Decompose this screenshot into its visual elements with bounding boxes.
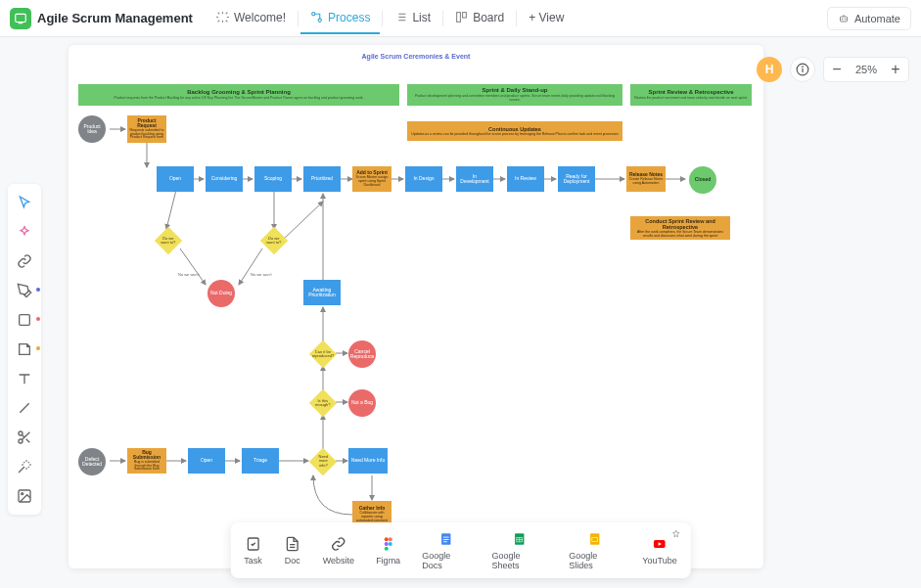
tab-board[interactable]: Board: [445, 3, 514, 34]
svg-rect-64: [443, 539, 449, 540]
decision-1[interactable]: Do we want to?: [155, 227, 182, 254]
divider: [382, 11, 383, 26]
sticky-tool[interactable]: [12, 337, 37, 362]
cursor-icon: [17, 195, 32, 210]
gdocs-icon: [437, 530, 455, 548]
header-backlog[interactable]: Backlog Grooming & Sprint PlanningProduc…: [78, 84, 399, 106]
tab-welcome[interactable]: Welcome!: [207, 3, 296, 34]
svg-rect-70: [590, 533, 599, 545]
dock-figma[interactable]: Figma: [376, 535, 400, 565]
svg-line-42: [239, 249, 262, 285]
task-icon: [245, 535, 262, 553]
robot-icon: [838, 13, 850, 24]
node-defect[interactable]: Defect Detected: [78, 448, 106, 475]
figma-icon: [380, 535, 397, 553]
zoom-out-button[interactable]: −: [824, 57, 850, 82]
magic-tool[interactable]: [12, 454, 37, 479]
divider: [516, 11, 517, 26]
svg-point-13: [842, 19, 843, 20]
pen-tool[interactable]: [12, 278, 37, 303]
svg-point-59: [385, 542, 389, 546]
node-scoping[interactable]: Scoping: [254, 166, 292, 192]
text-tool[interactable]: [12, 366, 37, 391]
arrow-label: No we won't: [251, 272, 272, 277]
node-release-notes[interactable]: Release NotesCreate Release Notes using …: [626, 166, 666, 192]
svg-rect-11: [463, 13, 467, 18]
sticky-icon: [17, 341, 32, 357]
line-tool[interactable]: [12, 395, 37, 421]
cursor-tool[interactable]: [12, 190, 37, 215]
header-sprint[interactable]: Sprint & Daily Stand-upProduct developme…: [407, 84, 622, 106]
tab-add-view[interactable]: + View: [519, 3, 574, 34]
dock-task[interactable]: Task: [244, 535, 262, 565]
ai-tool[interactable]: [12, 219, 37, 245]
node-triage[interactable]: Triage: [242, 448, 279, 474]
dock-gdocs[interactable]: Google Docs: [422, 530, 470, 570]
node-ready[interactable]: Ready for Deployment: [558, 166, 595, 192]
dock-gsheets[interactable]: Google Sheets: [492, 530, 548, 570]
decision-3[interactable]: Can it be reproduced?: [309, 340, 337, 368]
dock-gslides[interactable]: Google Slides: [569, 530, 621, 570]
svg-point-26: [22, 493, 23, 495]
line-icon: [17, 400, 32, 416]
bar-updates[interactable]: Continuous UpdatesUpdates as a review ca…: [407, 121, 622, 141]
node-considering[interactable]: Considering: [206, 166, 243, 192]
shape-tool[interactable]: [12, 307, 37, 333]
whiteboard-frame[interactable]: Agile Scrum Ceremonies & Event: [69, 45, 763, 568]
node-in-design[interactable]: In Design: [405, 166, 442, 192]
ai-sparkle-icon: [17, 224, 32, 240]
node-not-doing[interactable]: Not Doing: [207, 280, 235, 307]
zoom-in-button[interactable]: +: [883, 57, 908, 82]
node-in-review[interactable]: In Review: [507, 166, 544, 192]
node-product-request[interactable]: Product RequestRequests submitted to pro…: [127, 115, 166, 143]
node-product-idea[interactable]: Product Idea: [78, 115, 106, 143]
node-add-to-sprint[interactable]: Add to SprintScrum Master assign sprint …: [352, 166, 391, 192]
bar-retro[interactable]: Conduct Sprint Review and RetrospectiveA…: [630, 216, 730, 240]
divider: [298, 11, 299, 26]
pin-icon[interactable]: [669, 528, 683, 542]
decision-5[interactable]: Need more info?: [309, 448, 337, 475]
svg-point-57: [385, 537, 389, 541]
svg-point-14: [845, 19, 846, 20]
decision-2[interactable]: Do we want to?: [260, 227, 288, 254]
whiteboard-canvas[interactable]: H − 25% + Agile Scrum Ceremonies & Event: [0, 37, 921, 588]
svg-line-43: [282, 202, 323, 241]
connector-tool[interactable]: [12, 249, 37, 274]
node-need-more-info[interactable]: Need More Info: [348, 448, 388, 474]
svg-rect-63: [443, 537, 449, 538]
zoom-value[interactable]: 25%: [850, 64, 883, 75]
node-not-a-bug[interactable]: Not a Bug: [348, 389, 376, 417]
scissors-tool[interactable]: [12, 425, 37, 450]
automate-button[interactable]: Automate: [827, 7, 911, 30]
insert-dock: Task Doc Website Figma Google Docs Googl…: [230, 522, 691, 578]
node-bug-open[interactable]: Open: [188, 448, 225, 474]
info-button[interactable]: [790, 57, 815, 82]
square-icon: [17, 312, 32, 328]
process-icon: [310, 11, 323, 23]
image-tool[interactable]: [12, 483, 37, 509]
gsheets-icon: [511, 530, 529, 548]
node-closed[interactable]: Closed: [689, 166, 716, 194]
avatar[interactable]: H: [757, 57, 782, 82]
youtube-icon: [651, 535, 668, 553]
tab-process[interactable]: Process: [300, 3, 380, 34]
node-awaiting[interactable]: Awaiting Prioritization: [303, 280, 341, 305]
view-tabs: Welcome! Process List Board + View: [207, 3, 574, 34]
node-cancel-reproduce[interactable]: Cancel Reproduce: [348, 340, 376, 368]
header-review[interactable]: Sprint Review & RetrospectiveReview the …: [630, 84, 752, 106]
node-in-dev[interactable]: In Development: [456, 166, 493, 192]
wand-icon: [17, 459, 32, 475]
dock-website[interactable]: Website: [323, 535, 354, 565]
svg-point-2: [312, 13, 315, 16]
svg-point-58: [389, 537, 392, 541]
link-icon: [330, 535, 347, 553]
svg-line-24: [22, 434, 24, 437]
decision-4[interactable]: Is this enough?: [309, 389, 337, 417]
node-prioritized[interactable]: Prioritized: [303, 166, 341, 192]
node-open[interactable]: Open: [157, 166, 194, 192]
svg-point-3: [318, 19, 321, 22]
dock-doc[interactable]: Doc: [284, 535, 301, 565]
tab-list[interactable]: List: [385, 3, 440, 34]
node-bug-submission[interactable]: Bug SubmissionBug is submitted through t…: [127, 448, 166, 474]
svg-rect-10: [457, 13, 461, 23]
